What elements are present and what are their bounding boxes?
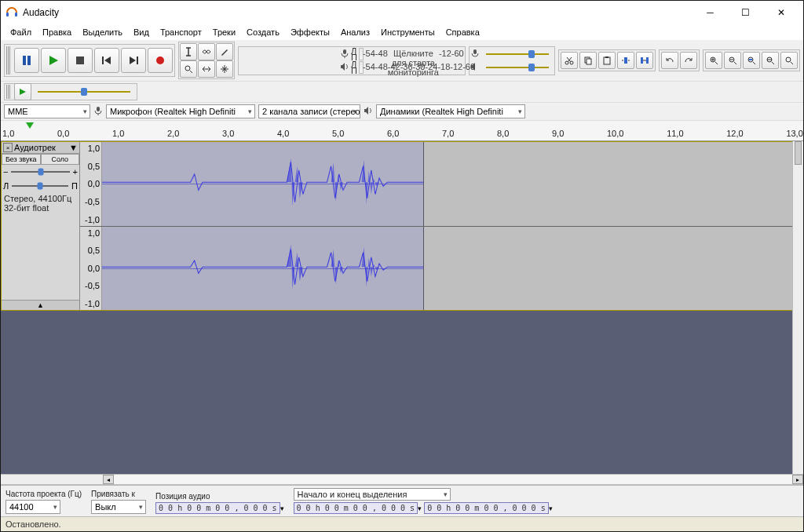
multi-tool[interactable] <box>216 60 233 78</box>
maximize-button[interactable]: ☐ <box>728 2 763 24</box>
solo-button[interactable]: Соло <box>41 154 80 165</box>
svg-point-20 <box>711 57 715 62</box>
vertical-scrollbar[interactable] <box>792 141 803 474</box>
svg-rect-18 <box>641 57 643 64</box>
svg-point-7 <box>156 56 164 64</box>
track-format: Стерео, 44100Гц32-бит float <box>2 193 79 215</box>
selection-start-field[interactable]: 0 0 h 0 0 m 0 0 , 0 0 0 s <box>294 502 418 514</box>
track-name[interactable]: Аудиотрек <box>14 143 68 152</box>
fit-project-button[interactable] <box>762 52 779 69</box>
toolbar-grip[interactable] <box>6 85 11 99</box>
menu-effects[interactable]: Эффекты <box>286 26 334 38</box>
zoom-toolbar <box>703 49 800 71</box>
timeshift-tool[interactable] <box>198 60 215 78</box>
svg-rect-17 <box>624 57 627 64</box>
svg-rect-13 <box>585 57 590 63</box>
record-meter[interactable]: -54-48 Щёлкните для старта мониторинга -… <box>359 48 364 60</box>
record-button[interactable] <box>148 48 173 73</box>
skip-start-button[interactable] <box>94 48 119 73</box>
svg-rect-0 <box>6 13 9 16</box>
zoom-out-button[interactable] <box>724 52 741 69</box>
timeline-ruler[interactable]: 1,0 0,0 1,0 2,0 3,0 4,0 5,0 6,0 7,0 8,0 … <box>1 121 803 141</box>
zoom-toggle-button[interactable] <box>780 52 798 69</box>
recording-channels-select[interactable]: 2 канала записи (стерео <box>258 104 360 118</box>
waveform-left[interactable] <box>102 142 802 226</box>
redo-button[interactable] <box>680 52 697 69</box>
menu-tracks[interactable]: Треки <box>208 26 240 38</box>
draw-tool[interactable] <box>216 43 233 60</box>
record-volume-slider[interactable] <box>481 48 554 60</box>
toolbar-grip[interactable] <box>6 46 11 75</box>
audio-host-select[interactable]: MME <box>4 104 90 118</box>
audio-position-field[interactable]: 0 0 h 0 0 m 0 0 , 0 0 0 s <box>155 502 280 514</box>
close-button[interactable]: ✕ <box>763 2 799 24</box>
menu-file[interactable]: Файл <box>5 26 36 38</box>
horizontal-scrollbar[interactable]: ◂ ▸ <box>1 474 803 485</box>
svg-point-22 <box>748 57 753 62</box>
track-gain-slider[interactable] <box>11 166 69 177</box>
scroll-right-button[interactable]: ▸ <box>792 475 803 484</box>
svg-rect-1 <box>15 13 17 16</box>
vertical-scale[interactable]: 1,00,50,0-0,5-1,0 <box>80 227 102 311</box>
selection-toolbar: Частота проекта (Гц) 44100 Привязать к В… <box>1 485 803 516</box>
trim-button[interactable] <box>617 52 634 69</box>
selection-end-field[interactable]: 0 0 h 0 0 m 0 0 , 0 0 0 s <box>424 502 549 514</box>
vertical-scale[interactable]: 1,00,50,0-0,5-1,0 <box>80 142 102 226</box>
cut-button[interactable] <box>561 52 578 69</box>
skip-end-button[interactable] <box>121 48 146 73</box>
track-pan-slider[interactable] <box>12 180 68 191</box>
svg-rect-9 <box>343 49 346 54</box>
snap-select[interactable]: Выкл <box>91 500 146 514</box>
menu-help[interactable]: Справка <box>441 26 484 38</box>
svg-rect-16 <box>605 56 608 58</box>
scroll-left-button[interactable]: ◂ <box>103 475 114 484</box>
pause-button[interactable] <box>14 48 39 73</box>
svg-point-25 <box>786 57 791 62</box>
play-at-speed-button[interactable] <box>14 83 31 100</box>
minimize-button[interactable]: ─ <box>693 2 728 24</box>
undo-button[interactable] <box>661 52 678 69</box>
menu-generate[interactable]: Создать <box>242 26 284 38</box>
edit-toolbar <box>558 49 656 71</box>
audio-track: × Аудиотрек ▼ Без звука Соло −+ ЛП Стере… <box>1 141 803 311</box>
zoom-selection-button[interactable] <box>743 52 760 69</box>
menu-transport[interactable]: Транспорт <box>155 26 206 38</box>
zoom-in-button[interactable] <box>705 52 722 69</box>
playback-volume-slider[interactable] <box>481 61 554 74</box>
menu-select[interactable]: Выделить <box>78 26 127 38</box>
waveform-right[interactable] <box>102 227 802 311</box>
recording-device-select[interactable]: Микрофон (Realtek High Definiti <box>106 104 255 118</box>
toolbar-row-1: ЛП -54-48 Щёлкните для старта мониторинг… <box>1 40 803 81</box>
track-close-button[interactable]: × <box>3 143 13 152</box>
playback-device-select[interactable]: Динамики (Realtek High Definiti <box>376 104 525 118</box>
menu-view[interactable]: Вид <box>129 26 154 38</box>
selection-mode-select[interactable]: Начало и конец выделения <box>294 488 451 501</box>
svg-point-11 <box>565 61 568 64</box>
menu-edit[interactable]: Правка <box>38 26 76 38</box>
envelope-tool[interactable] <box>198 43 215 60</box>
svg-rect-3 <box>27 56 31 65</box>
paste-button[interactable] <box>598 52 616 69</box>
play-button[interactable] <box>41 48 66 73</box>
menu-tools[interactable]: Инструменты <box>376 26 440 38</box>
zoom-tool[interactable] <box>180 60 197 78</box>
selection-tool[interactable] <box>180 43 197 60</box>
playback-meter[interactable]: -54-48-42-36-30-24-18-12-60 <box>359 61 364 74</box>
project-rate-label: Частота проекта (Гц) <box>5 490 82 498</box>
track-collapse-button[interactable]: ▲ <box>2 300 79 310</box>
svg-rect-2 <box>23 56 26 65</box>
playback-speed-slider[interactable] <box>33 86 135 98</box>
tracks-area: × Аудиотрек ▼ Без звука Соло −+ ЛП Стере… <box>1 141 803 474</box>
copy-button[interactable] <box>579 52 597 69</box>
snap-label: Привязать к <box>91 490 146 498</box>
mute-button[interactable]: Без звука <box>2 154 41 165</box>
project-rate-select[interactable]: 44100 <box>5 500 60 514</box>
device-toolbar: MME Микрофон (Realtek High Definiti 2 ка… <box>1 102 803 121</box>
track-menu-button[interactable]: ▼ <box>69 143 78 152</box>
stop-button[interactable] <box>68 48 93 73</box>
play-at-speed-toolbar <box>4 83 137 100</box>
silence-button[interactable] <box>636 52 653 69</box>
status-bar: Остановлено. <box>1 516 803 531</box>
menu-analyze[interactable]: Анализ <box>336 26 375 38</box>
mixer-toolbar <box>469 46 555 75</box>
